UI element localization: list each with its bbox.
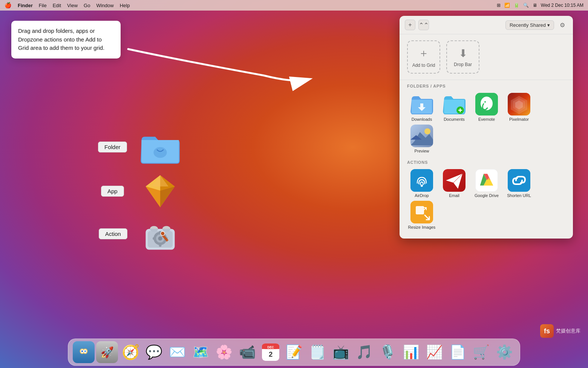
add-button[interactable]: + (405, 20, 415, 30)
dock-podcasts[interactable]: 🎙️ (377, 341, 398, 363)
dock-numbers[interactable]: 📈 (423, 341, 445, 363)
folder-label: Folder (98, 142, 127, 152)
svg-rect-19 (146, 229, 175, 250)
svg-rect-34 (410, 169, 433, 192)
dock-maps[interactable]: 🗺️ (190, 341, 211, 363)
menubar-right: ⊞ 📶 🔋 🔍 🖥 Wed 2 Dec 10:15 AM (497, 3, 583, 8)
gdrive-label: Google Drive (475, 193, 499, 198)
dock-appletv[interactable]: 📺 (330, 341, 352, 363)
preview-icon (410, 125, 433, 147)
documents-icon (443, 93, 466, 115)
preview-label: Preview (414, 149, 429, 153)
drop-bar-button[interactable]: ⬇ Drop Bar (446, 40, 479, 74)
menubar: 🍎 Finder File Edit View Go Window Help ⊞… (0, 0, 588, 11)
apple-menu[interactable]: 🍎 (5, 2, 12, 9)
wifi-icon[interactable]: 📶 (504, 3, 510, 8)
battery-icon[interactable]: 🔋 (514, 3, 519, 8)
actions-grid: AirDrop Email (400, 167, 573, 233)
dock-pages[interactable]: 📄 (447, 341, 469, 363)
shorten-url-label: Shorten URL (507, 193, 531, 198)
svg-rect-47 (416, 206, 424, 214)
pixelmator-item[interactable]: Pixelmator (504, 93, 534, 122)
recently-shared-dropdown[interactable]: Recently Shared ▾ (505, 20, 554, 30)
menubar-window[interactable]: Window (96, 3, 113, 8)
dock-mail[interactable]: ✉️ (166, 341, 188, 363)
gdrive-item[interactable]: Google Drive (472, 169, 501, 198)
dock-systemprefs[interactable]: ⚙️ (493, 341, 515, 363)
airdrop-item[interactable]: AirDrop (407, 169, 436, 198)
resize-images-icon (410, 201, 433, 223)
collapse-button[interactable]: ⌃⌃ (418, 20, 429, 30)
airdrop-label: AirDrop (415, 193, 429, 198)
menubar-finder[interactable]: Finder (18, 3, 33, 8)
tooltip-box: Drag and drop folders, apps or Dropzone … (11, 21, 121, 59)
downloads-icon (410, 93, 433, 115)
action-plugin-icon (139, 214, 181, 256)
menubar-file[interactable]: File (39, 3, 47, 8)
app-label: App (101, 186, 124, 197)
svg-point-53 (81, 350, 83, 352)
dock-keynote[interactable]: 📊 (400, 341, 422, 363)
shorten-url-icon (508, 169, 530, 192)
actions-header: ACTIONS (400, 156, 573, 167)
dock-calendar[interactable]: DEC 2 (260, 341, 282, 363)
dropdown-arrow-icon: ▾ (547, 22, 550, 28)
documents-item[interactable]: Documents (439, 93, 469, 122)
menubar-view[interactable]: View (67, 3, 78, 8)
dock-finder[interactable] (73, 341, 95, 363)
folders-apps-grid: Downloads Documents (400, 91, 573, 156)
shorten-url-item[interactable]: Shorten URL (504, 169, 534, 198)
dock-messages[interactable]: 💬 (143, 341, 165, 363)
svg-point-24 (481, 99, 486, 104)
plus-icon: ＋ (418, 46, 429, 60)
email-label: Email (449, 193, 459, 198)
folder-icon (139, 131, 181, 165)
datetime[interactable]: Wed 2 Dec 10:15 AM (541, 3, 583, 8)
tooltip-text: Drag and drop folders, apps or Dropzone … (18, 28, 104, 51)
menubar-edit[interactable]: Edit (53, 3, 61, 8)
documents-label: Documents (444, 117, 465, 122)
email-item[interactable]: Email (439, 169, 469, 198)
pixelmator-icon (508, 93, 530, 115)
pixelmator-label: Pixelmator (509, 117, 529, 122)
search-icon[interactable]: 🔍 (523, 3, 529, 8)
drop-bar-label: Drop Bar (454, 62, 472, 67)
watermark: fs 梵摄创意库 (540, 324, 580, 338)
evernote-item[interactable]: Evernote (472, 93, 501, 122)
display-icon[interactable]: 🖥 (533, 3, 537, 8)
download-icon: ⬇ (459, 47, 467, 60)
resize-images-item[interactable]: Resize Images (407, 201, 436, 229)
svg-rect-45 (508, 169, 530, 192)
dock-notes[interactable]: 🗒️ (306, 341, 328, 363)
dock-facetime[interactable]: 📹 (236, 341, 258, 363)
settings-gear-button[interactable]: ⚙ (557, 20, 568, 30)
evernote-icon (475, 93, 498, 115)
menubar-help[interactable]: Help (120, 3, 130, 8)
downloads-item[interactable]: Downloads (407, 93, 436, 122)
dock-photos[interactable]: 🌸 (213, 341, 235, 363)
control-center-icon[interactable]: ⊞ (497, 3, 501, 8)
svg-point-1 (153, 147, 167, 158)
add-to-grid-button[interactable]: ＋ Add to Grid (407, 40, 440, 74)
dock: 🚀 🧭 💬 ✉️ 🗺️ 🌸 📹 DEC 2 📝 🗒️ (68, 339, 520, 366)
svg-point-20 (161, 231, 165, 236)
preview-item[interactable]: Preview (407, 125, 436, 153)
evernote-label: Evernote (478, 117, 495, 122)
dock-music[interactable]: 🎵 (353, 341, 375, 363)
watermark-icon: fs (540, 324, 554, 338)
svg-text:2: 2 (269, 350, 273, 358)
downloads-label: Downloads (412, 117, 432, 122)
email-icon (443, 169, 466, 192)
action-label: Action (99, 228, 127, 239)
dock-appstore[interactable]: 🛒 (470, 341, 492, 363)
folders-apps-header: FOLDERS / APPS (400, 80, 573, 91)
dock-safari[interactable]: 🧭 (119, 341, 141, 363)
menubar-go[interactable]: Go (84, 3, 90, 8)
svg-text:DEC: DEC (267, 346, 274, 349)
dock-launchpad[interactable]: 🚀 (96, 341, 118, 363)
panel-header: + ⌃⌃ Recently Shared ▾ ⚙ (400, 16, 573, 34)
gdrive-icon (475, 169, 498, 192)
watermark-label: 梵摄创意库 (556, 328, 580, 334)
dock-reminders[interactable]: 📝 (283, 341, 305, 363)
menubar-left: 🍎 Finder File Edit View Go Window Help (5, 2, 130, 9)
